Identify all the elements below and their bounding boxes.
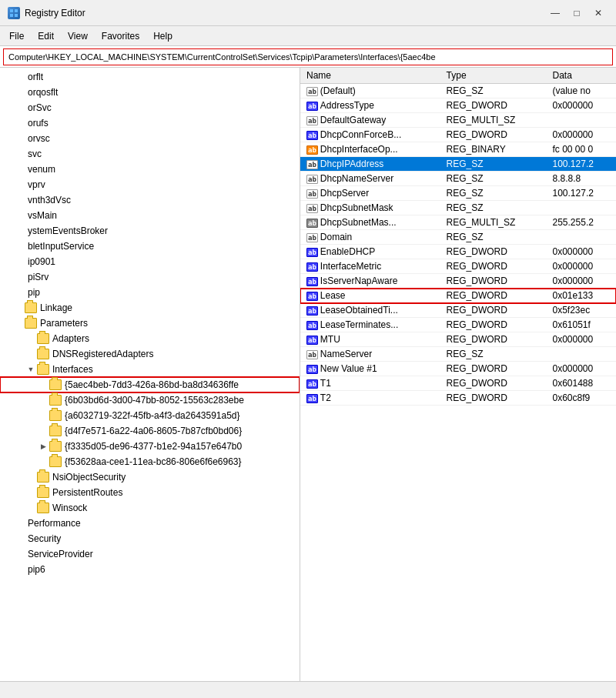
tree-item[interactable]: Linkage bbox=[0, 300, 300, 316]
address-input[interactable] bbox=[3, 48, 613, 65]
tree-item[interactable]: vprv bbox=[0, 177, 300, 192]
menu-item-favorites[interactable]: Favorites bbox=[95, 28, 146, 44]
tree-item[interactable]: {6b03bd6d-3d00-47bb-8052-15563c283ebe bbox=[0, 392, 300, 408]
table-row[interactable]: abLeaseTerminates...REG_DWORD0x61051f bbox=[300, 318, 616, 332]
reg-dword-icon: ab bbox=[306, 321, 318, 330]
tree-item[interactable]: vnth3dVsc bbox=[0, 192, 300, 208]
tree-label: pip bbox=[28, 287, 40, 298]
table-row[interactable]: ab(Default)REG_SZ(value no bbox=[300, 84, 616, 99]
tree-item[interactable]: {a6032719-322f-45fb-a4f3-da2643591a5d} bbox=[0, 408, 300, 423]
value-name-text: DefaultGateway bbox=[320, 115, 386, 125]
tree-item[interactable]: piSrv bbox=[0, 269, 300, 285]
menu-item-edit[interactable]: Edit bbox=[32, 28, 60, 44]
folder-icon bbox=[49, 456, 62, 467]
tree-item[interactable]: Performance bbox=[0, 516, 300, 531]
tree-item[interactable]: {5aec4beb-7dd3-426a-86bd-ba8d34636ffe bbox=[0, 377, 300, 392]
value-type: REG_DWORD bbox=[440, 332, 547, 347]
maximize-button[interactable]: □ bbox=[567, 5, 587, 22]
tree-item[interactable]: venum bbox=[0, 162, 300, 177]
tree-item[interactable]: bletInputService bbox=[0, 239, 300, 254]
tree-item[interactable]: pip bbox=[0, 285, 300, 300]
menu-item-help[interactable]: Help bbox=[147, 28, 179, 44]
reg-dword-icon: ab bbox=[306, 365, 318, 374]
table-row[interactable]: abDhcpServerREG_SZ100.127.2 bbox=[300, 186, 616, 201]
table-row[interactable]: abDhcpSubnetMaskREG_SZ bbox=[300, 201, 616, 215]
value-data: 0x000000 bbox=[547, 128, 617, 142]
value-name-text: Domain bbox=[320, 232, 352, 242]
table-row[interactable]: abMTUREG_DWORD0x000000 bbox=[300, 332, 616, 347]
reg-dword-icon: ab bbox=[306, 394, 318, 403]
value-name-text: LeaseObtainedTi... bbox=[320, 305, 398, 316]
value-data: 0x000000 bbox=[547, 99, 617, 113]
lease-table-row[interactable]: abLeaseREG_DWORD0x01e133 bbox=[300, 289, 616, 303]
tree-item[interactable]: DNSRegisteredAdapters bbox=[0, 346, 300, 362]
tree-item[interactable]: ▼Interfaces bbox=[0, 362, 300, 377]
value-name: abDhcpNameServer bbox=[300, 172, 440, 186]
value-data: (value no bbox=[547, 84, 617, 99]
table-row[interactable]: abDefaultGatewayREG_MULTI_SZ bbox=[300, 113, 616, 128]
table-row[interactable]: abAddressTypeREG_DWORD0x000000 bbox=[300, 99, 616, 113]
main-content: orflt orqosflt orSvc orufs orvsc svc ven… bbox=[0, 68, 616, 681]
table-row[interactable]: abT2REG_DWORD0x60c8f9 bbox=[300, 391, 616, 406]
tree-item[interactable]: svc bbox=[0, 146, 300, 162]
tree-label: svc bbox=[28, 149, 42, 159]
value-name: abIsServerNapAware bbox=[300, 274, 440, 289]
tree-item[interactable]: Adapters bbox=[0, 331, 300, 346]
expand-icon[interactable]: ▶ bbox=[37, 443, 49, 450]
value-name-text: DhcpSubnetMas... bbox=[320, 217, 397, 228]
value-type: REG_DWORD bbox=[440, 318, 547, 332]
tree-item[interactable]: {f53628aa-cee1-11ea-bc86-806e6f6e6963} bbox=[0, 454, 300, 469]
tree-item[interactable]: orflt bbox=[0, 69, 300, 85]
tree-label: Winsock bbox=[52, 503, 87, 513]
expand-icon[interactable]: ▼ bbox=[25, 366, 37, 373]
reg-dword-icon: ab bbox=[306, 277, 318, 286]
value-name: abLeaseTerminates... bbox=[300, 318, 440, 332]
value-data bbox=[547, 113, 617, 128]
tree-item[interactable]: Parameters bbox=[0, 316, 300, 331]
value-type: REG_DWORD bbox=[440, 391, 547, 406]
table-row[interactable]: abEnableDHCPREG_DWORD0x000000 bbox=[300, 245, 616, 259]
tree-item[interactable]: orvsc bbox=[0, 131, 300, 146]
menu-item-view[interactable]: View bbox=[62, 28, 94, 44]
tree-label: {d4f7e571-6a22-4a06-8605-7b87cfb0bd06} bbox=[65, 426, 242, 436]
status-text bbox=[5, 686, 7, 695]
table-row[interactable]: abDhcpConnForceB...REG_DWORD0x000000 bbox=[300, 128, 616, 142]
value-type: REG_DWORD bbox=[440, 289, 547, 303]
table-row[interactable]: abLeaseObtainedTi...REG_DWORD0x5f23ec bbox=[300, 303, 616, 318]
tree-item[interactable]: Security bbox=[0, 531, 300, 546]
value-name: abDhcpSubnetMas... bbox=[300, 215, 440, 230]
table-row[interactable]: abDhcpInterfaceOp...REG_BINARYfc 00 00 0 bbox=[300, 142, 616, 157]
tree-item[interactable]: ip0901 bbox=[0, 254, 300, 269]
table-row[interactable]: abDhcpNameServerREG_SZ8.8.8.8 bbox=[300, 172, 616, 186]
table-row[interactable]: abDhcpSubnetMas...REG_MULTI_SZ255.255.2 bbox=[300, 215, 616, 230]
tree-item[interactable]: {d4f7e571-6a22-4a06-8605-7b87cfb0bd06} bbox=[0, 423, 300, 439]
value-type: REG_DWORD bbox=[440, 259, 547, 274]
table-row[interactable]: abT1REG_DWORD0x601488 bbox=[300, 376, 616, 391]
col-name: Name bbox=[300, 68, 440, 84]
new-value-table-row[interactable]: abNew Value #1REG_DWORD0x000000 bbox=[300, 362, 616, 376]
close-button[interactable]: ✕ bbox=[588, 5, 608, 22]
tree-item[interactable]: pip6 bbox=[0, 562, 300, 577]
tree-item[interactable]: NsiObjectSecurity bbox=[0, 469, 300, 485]
menu-item-file[interactable]: File bbox=[3, 28, 30, 44]
app-icon bbox=[8, 7, 20, 19]
table-row[interactable]: abDomainREG_SZ bbox=[300, 230, 616, 245]
tree-item[interactable]: ServiceProvider bbox=[0, 546, 300, 562]
table-row[interactable]: abNameServerREG_SZ bbox=[300, 347, 616, 362]
tree-item[interactable]: ▶{f3335d05-de96-4377-b1e2-94a157e647b0 bbox=[0, 439, 300, 454]
table-row[interactable]: abInterfaceMetricREG_DWORD0x000000 bbox=[300, 259, 616, 274]
tree-item[interactable]: ystemEventsBroker bbox=[0, 223, 300, 239]
selected-table-row[interactable]: abDhcpIPAddressREG_SZ100.127.2 bbox=[300, 157, 616, 172]
tree-item[interactable]: vsMain bbox=[0, 208, 300, 223]
value-name-text: LeaseTerminates... bbox=[320, 319, 398, 330]
value-name-text: DhcpNameServer bbox=[320, 173, 393, 184]
tree-item[interactable]: orufs bbox=[0, 115, 300, 131]
tree-item[interactable]: PersistentRoutes bbox=[0, 485, 300, 500]
minimize-button[interactable]: — bbox=[545, 5, 565, 22]
value-type: REG_SZ bbox=[440, 201, 547, 215]
value-type: REG_DWORD bbox=[440, 128, 547, 142]
tree-item[interactable]: orqosflt bbox=[0, 85, 300, 100]
tree-item[interactable]: orSvc bbox=[0, 100, 300, 115]
tree-item[interactable]: Winsock bbox=[0, 500, 300, 516]
table-row[interactable]: abIsServerNapAwareREG_DWORD0x000000 bbox=[300, 274, 616, 289]
